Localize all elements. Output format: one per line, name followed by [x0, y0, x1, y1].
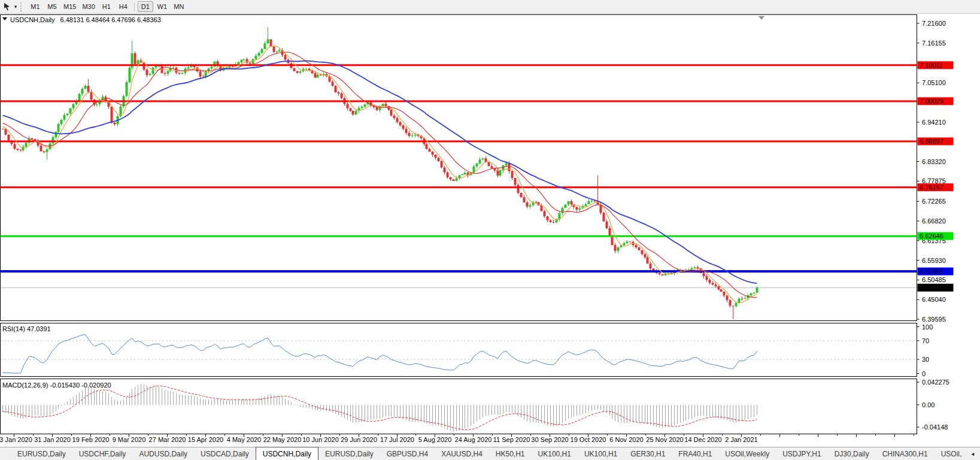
chart-title-symbol: USDCNH,Daily: [10, 16, 55, 23]
svg-text:6.50485: 6.50485: [922, 276, 946, 283]
tab-ger30-h1[interactable]: GER30,H1: [624, 447, 672, 460]
tab-usdcnh-daily[interactable]: USDCNH,Daily: [256, 447, 318, 460]
svg-text:31 Jan 2020: 31 Jan 2020: [34, 436, 71, 443]
tab-usdcad-daily[interactable]: USDCAD,Daily: [194, 447, 256, 460]
svg-text:30 Sep 2020: 30 Sep 2020: [531, 436, 568, 443]
svg-text:6.66820: 6.66820: [922, 217, 946, 225]
tab-uk100-h1[interactable]: UK100,H1: [578, 447, 624, 460]
timeframe-button-M5[interactable]: M5: [44, 1, 60, 12]
toolbar-grip[interactable]: [20, 2, 23, 11]
tab-scroll-right-icon[interactable]: ▸: [977, 450, 980, 457]
timeframe-button-M1[interactable]: M1: [28, 1, 43, 12]
svg-text:19 Oct 2020: 19 Oct 2020: [571, 436, 606, 443]
svg-text:6.48363: 6.48363: [920, 284, 943, 291]
svg-text:17 Jul 2020: 17 Jul 2020: [380, 436, 414, 443]
timeframe-button-H4[interactable]: H4: [116, 1, 131, 12]
macd-label: MACD(12,26,9) -0.015430 -0.020920: [2, 382, 111, 389]
svg-text:19 Feb 2020: 19 Feb 2020: [72, 436, 110, 443]
svg-text:6.45040: 6.45040: [922, 296, 946, 303]
tab-scroll-controls: ◂▸: [968, 447, 980, 460]
tab-gbpusd-h4[interactable]: GBPUSD,H4: [380, 447, 435, 460]
svg-text:6.88897: 6.88897: [920, 138, 943, 145]
timeframe-button-M30[interactable]: M30: [80, 1, 97, 12]
chart-title: USDCNH,Daily6.48131 6.48464 6.47696 6.48…: [10, 16, 161, 23]
tab-china300-h1[interactable]: CHINA300,H1: [876, 447, 935, 460]
rsi-pane[interactable]: [1, 323, 917, 377]
chart-title-ohlc: 6.48131 6.48464 6.47696 6.48363: [60, 16, 161, 23]
svg-text:100: 100: [922, 323, 933, 331]
tab-fra40-h1[interactable]: FRA40,H1: [672, 447, 718, 460]
tab-hk50-h1[interactable]: HK50,H1: [489, 447, 532, 460]
svg-text:7.00029: 7.00029: [920, 98, 943, 105]
toolbar-separator: [134, 2, 135, 11]
svg-text:6.72265: 6.72265: [922, 198, 946, 205]
svg-text:7.21600: 7.21600: [922, 20, 946, 27]
svg-text:0: 0: [922, 370, 926, 377]
pane-backgrounds[interactable]: [1, 15, 917, 434]
timeframe-button-M15[interactable]: M15: [61, 1, 78, 12]
svg-text:7.16155: 7.16155: [922, 40, 946, 47]
tab-dj30-daily[interactable]: DJ30,Daily: [828, 447, 876, 460]
svg-text:7.10011: 7.10011: [920, 62, 943, 69]
tab-uk100-h1[interactable]: UK100,H1: [532, 447, 578, 460]
toolbar-dropdown-caret[interactable]: ▾: [13, 4, 19, 10]
svg-text:29 Jun 2020: 29 Jun 2020: [341, 436, 377, 443]
svg-text:11 Sep 2020: 11 Sep 2020: [493, 436, 530, 443]
tab-scroll-left-icon[interactable]: ◂: [968, 450, 977, 457]
timeframe-button-H1[interactable]: H1: [99, 1, 114, 12]
svg-text:27 Mar 2020: 27 Mar 2020: [149, 436, 186, 443]
svg-text:30: 30: [922, 356, 929, 363]
svg-text:6.76157: 6.76157: [920, 184, 943, 191]
cursor-icon: [3, 2, 11, 11]
svg-text:10 Jun 2020: 10 Jun 2020: [302, 436, 339, 443]
timeframe-button-W1[interactable]: W1: [154, 1, 170, 12]
svg-text:0.042275: 0.042275: [922, 379, 949, 386]
tab-eurusd-daily[interactable]: EURUSD,Daily: [318, 447, 380, 460]
timeframe-button-MN[interactable]: MN: [171, 1, 187, 12]
svg-text:9 Mar 2020: 9 Mar 2020: [113, 436, 146, 443]
tab-usoil-weekly[interactable]: USOil,Weekly: [718, 447, 776, 460]
svg-text:70: 70: [922, 337, 929, 344]
svg-text:25 Nov 2020: 25 Nov 2020: [646, 436, 683, 443]
chart-tool-icon[interactable]: [2, 1, 13, 12]
svg-text:-0.04148: -0.04148: [922, 423, 948, 431]
tab-usdjpy-h1[interactable]: USDJPY,H1: [776, 447, 827, 460]
tab-eurusd-daily[interactable]: EURUSD,Daily: [11, 447, 72, 460]
svg-text:7.05100: 7.05100: [922, 79, 946, 86]
svg-text:6.39595: 6.39595: [922, 316, 946, 323]
svg-text:2 Jan 2021: 2 Jan 2021: [725, 436, 757, 443]
timeframe-button-D1[interactable]: D1: [138, 1, 153, 12]
svg-text:6.94210: 6.94210: [922, 119, 946, 126]
tab-usoil-[interactable]: USOil,: [935, 447, 969, 460]
svg-text:6.52865: 6.52865: [920, 268, 943, 275]
rsi-label: RSI(14) 47.0391: [2, 325, 51, 332]
tab-usdchf-daily[interactable]: USDCHF,Daily: [72, 447, 133, 460]
svg-text:4 May 2020: 4 May 2020: [227, 436, 261, 443]
tab-audusd-daily[interactable]: AUDUSD,Daily: [132, 447, 194, 460]
svg-text:14 Dec 2020: 14 Dec 2020: [684, 436, 721, 443]
chart-canvas[interactable]: 7.216007.161557.051006.942106.833206.778…: [0, 14, 980, 447]
tab-xauusd-h4[interactable]: XAUUSD,H4: [435, 447, 489, 460]
svg-text:13 Jan 2020: 13 Jan 2020: [0, 436, 32, 443]
svg-text:6.83320: 6.83320: [922, 158, 946, 165]
svg-text:24 Aug 2020: 24 Aug 2020: [455, 436, 492, 443]
svg-text:6.55930: 6.55930: [922, 257, 946, 264]
mt4-window: ▾ M1M5M15M30H1H4D1W1MN 7.216007.161557.0…: [0, 0, 980, 460]
svg-text:15 Apr 2020: 15 Apr 2020: [188, 436, 223, 443]
svg-text:22 May 2020: 22 May 2020: [263, 436, 302, 443]
svg-text:5 Aug 2020: 5 Aug 2020: [418, 436, 452, 443]
svg-text:6 Nov 2020: 6 Nov 2020: [609, 436, 643, 443]
svg-text:6.62646: 6.62646: [920, 232, 943, 240]
timeframe-toolbar: ▾ M1M5M15M30H1H4D1W1MN: [0, 0, 980, 14]
svg-text:0.00: 0.00: [922, 401, 935, 408]
symbol-tabbar: EURUSD,DailyUSDCHF,DailyAUDUSD,DailyUSDC…: [0, 447, 980, 460]
